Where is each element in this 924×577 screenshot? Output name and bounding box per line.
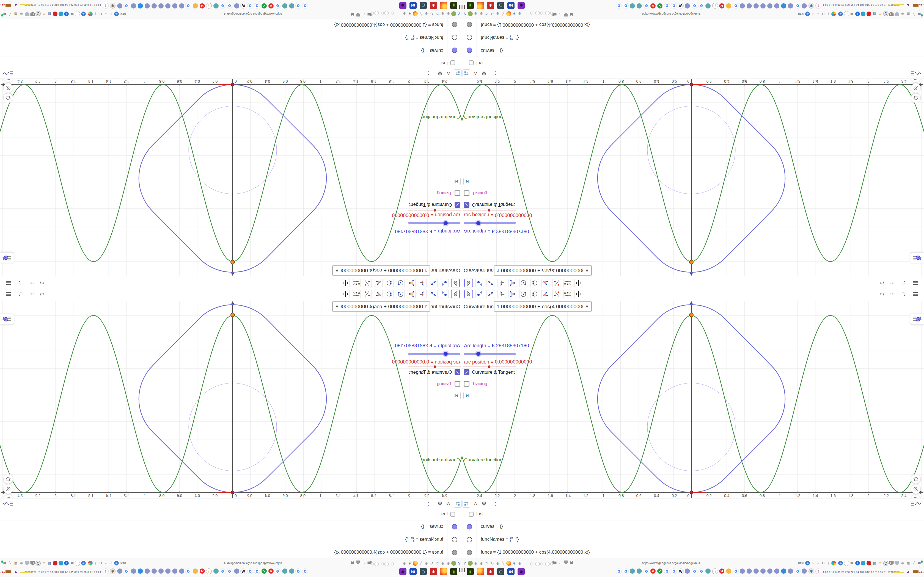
refresh-icon[interactable]: ↻: [484, 561, 489, 566]
favicon[interactable]: G: [185, 569, 191, 574]
tool-line-point-button[interactable]: [552, 290, 561, 298]
tool-perpendicular-button[interactable]: [497, 290, 506, 298]
collapse-button[interactable]: −: [451, 512, 455, 517]
firefox-icon[interactable]: [506, 11, 511, 16]
favicon[interactable]: [158, 569, 164, 574]
favicon[interactable]: [117, 3, 123, 8]
favicon[interactable]: Я: [268, 569, 274, 574]
tool-line-button[interactable]: [486, 279, 495, 287]
visibility-toggle[interactable]: [452, 48, 457, 53]
wrench-icon[interactable]: ╲: [501, 11, 506, 16]
firefox-app-icon[interactable]: [477, 568, 484, 575]
curvature-peak-point[interactable]: [231, 313, 234, 317]
favicon[interactable]: ✱: [809, 3, 814, 8]
red-badge-icon[interactable]: [53, 561, 58, 566]
zoom-level[interactable]: 81%: [120, 562, 126, 565]
list-row-funcs[interactable]: funcs = {1.000000000000 + cos(4.00000000…: [0, 18, 462, 31]
terminal-app-icon[interactable]: ▮: [467, 2, 474, 9]
forward-icon[interactable]: →: [816, 561, 820, 566]
tool-move-view-button[interactable]: [341, 279, 350, 287]
favicon[interactable]: G: [664, 3, 670, 8]
favicon[interactable]: [282, 3, 288, 8]
zoom-in-button[interactable]: [3, 484, 13, 494]
trash-icon[interactable]: ▥: [47, 11, 52, 16]
translate-ext-icon[interactable]: A: [81, 561, 86, 566]
tool-slider-button[interactable]: a = 2: [563, 279, 572, 287]
more-options-button[interactable]: ⋮: [425, 500, 432, 508]
favicon[interactable]: W: [678, 569, 684, 574]
favicon[interactable]: [753, 3, 759, 8]
red-badge-icon[interactable]: [866, 11, 871, 16]
skip-button[interactable]: [464, 178, 471, 185]
tool-circle-button[interactable]: [519, 279, 528, 287]
list-row-curves[interactable]: curves = {}: [0, 520, 462, 533]
favicon[interactable]: G: [616, 569, 622, 574]
tool-slider-button[interactable]: a = 2: [352, 290, 361, 298]
back-arrow-icon[interactable]: ←: [361, 12, 366, 17]
firefox-icon[interactable]: [413, 11, 418, 16]
visibility-toggle[interactable]: [467, 22, 472, 27]
favicon[interactable]: [630, 569, 635, 574]
favicon[interactable]: ✓: [262, 3, 267, 8]
favicon[interactable]: G: [275, 569, 281, 574]
visibility-toggle[interactable]: [467, 524, 472, 529]
globe-icon[interactable]: ⊕: [440, 561, 445, 566]
favicon[interactable]: [740, 3, 745, 8]
settings-app-icon[interactable]: ✱: [430, 2, 437, 9]
back-arrow-icon[interactable]: ←: [558, 560, 563, 565]
favicon[interactable]: [630, 3, 635, 8]
favicon[interactable]: f: [816, 569, 821, 574]
favicon[interactable]: f: [103, 3, 108, 8]
favicon[interactable]: i: [712, 569, 718, 574]
shield-icon[interactable]: [895, 11, 899, 16]
reload-icon[interactable]: ↻: [821, 561, 825, 566]
globe-icon[interactable]: ⊕: [440, 11, 445, 16]
favicon[interactable]: [158, 3, 164, 8]
favicon[interactable]: [774, 569, 779, 574]
undo-button[interactable]: [38, 279, 46, 286]
favicon[interactable]: [746, 569, 752, 574]
floppy64-app-icon[interactable]: 64: [507, 568, 515, 575]
wrench-icon[interactable]: ╱: [8, 11, 13, 16]
puzzle-icon[interactable]: ▦: [906, 11, 911, 16]
favicon[interactable]: G: [254, 3, 260, 8]
favicon[interactable]: [131, 569, 136, 574]
list-row-curves[interactable]: curves = {}: [462, 520, 924, 533]
reload-icon[interactable]: ↻: [99, 561, 103, 566]
party-cone-icon[interactable]: Y: [457, 561, 462, 566]
zoom-in-button[interactable]: [3, 83, 13, 93]
favicon[interactable]: [740, 569, 745, 574]
gear-icon[interactable]: ✱: [407, 11, 412, 16]
refresh-icon[interactable]: ↻: [490, 561, 495, 566]
curvature-peak-point[interactable]: [231, 260, 234, 264]
globe-icon[interactable]: ⊕: [19, 561, 24, 566]
settings-button[interactable]: [436, 500, 444, 508]
favicon[interactable]: G: [643, 569, 649, 574]
favicon[interactable]: [767, 569, 772, 574]
tool-polygon-button[interactable]: [407, 279, 416, 287]
gear-icon[interactable]: ✱: [70, 11, 74, 16]
visibility-toggle[interactable]: [467, 537, 472, 542]
list-row-funcs[interactable]: funcs = {1.000000000000 + cos(4.00000000…: [462, 546, 924, 559]
fx-button[interactable]: fx: [444, 500, 452, 508]
url-bar[interactable]: https://www.geogebra.org/classic/aagcxh3…: [616, 561, 726, 565]
favicon[interactable]: ✓: [657, 569, 662, 574]
arc-position-point[interactable]: [231, 83, 234, 86]
globe-arrows-icon[interactable]: ⊕: [878, 561, 882, 566]
formula-dropdown-icon[interactable]: ▼: [335, 268, 339, 273]
tool-move-button[interactable]: [451, 279, 460, 287]
search-button[interactable]: [17, 279, 24, 286]
favicon[interactable]: [801, 569, 807, 574]
wrench-icon[interactable]: ╲: [418, 11, 423, 16]
favicon[interactable]: G: [123, 3, 129, 8]
monitor-app-icon[interactable]: ▢: [420, 568, 427, 575]
graphics-view[interactable]: -2.4-2.2-2-1.8-1.6-1.4-1.2-1-0.8-0.6-0.4…: [462, 301, 924, 498]
purple-face-app-icon[interactable]: ◉: [399, 2, 407, 9]
trash-icon[interactable]: ▥: [47, 561, 52, 566]
favicon[interactable]: G: [296, 3, 301, 8]
skip-button[interactable]: [464, 392, 471, 399]
arc-position-point[interactable]: [690, 491, 693, 494]
zoom-in-button[interactable]: [911, 83, 921, 93]
globe-arrows-icon[interactable]: ⊕: [42, 11, 47, 16]
firefox-icon[interactable]: [413, 561, 418, 566]
